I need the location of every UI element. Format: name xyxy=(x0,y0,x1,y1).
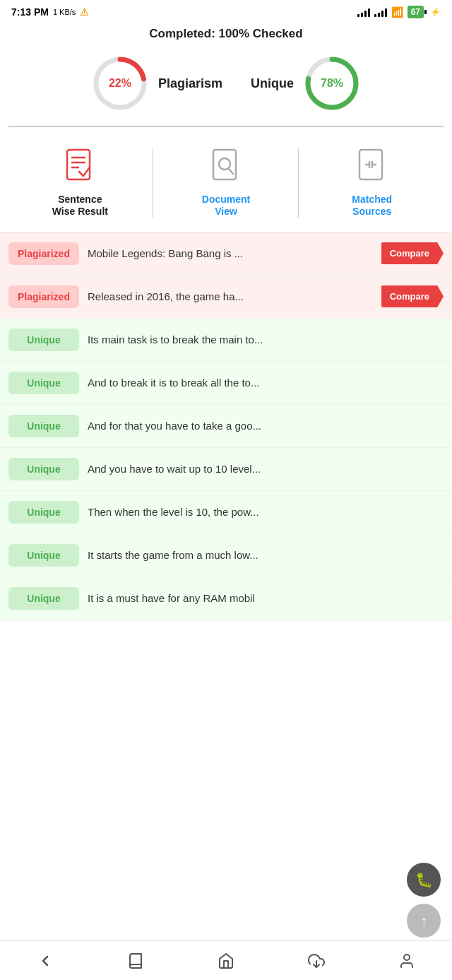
status-badge-2: Unique xyxy=(8,329,79,351)
progress-row: 22% Plagiarism Unique 78% xyxy=(0,49,452,126)
status-badge-0: Plagiarized xyxy=(8,242,79,265)
result-row-2: UniqueIts main task is to break the main… xyxy=(0,319,452,362)
svg-line-10 xyxy=(229,169,234,175)
status-badge-6: Unique xyxy=(8,501,79,524)
divider xyxy=(8,126,444,127)
status-badge-3: Unique xyxy=(8,372,79,394)
result-row-5: UniqueAnd you have to wait up to 10 leve… xyxy=(0,448,452,491)
result-text-0: Mobile Legends: Bang Bang is ... xyxy=(88,247,373,259)
scroll-up-button[interactable]: ↑ xyxy=(407,904,441,938)
tab-document[interactable]: DocumentView xyxy=(153,148,299,218)
time-label: 7:13 PM xyxy=(11,6,49,18)
sentence-icon xyxy=(64,148,96,188)
speed-label: 1 KB/s xyxy=(53,8,76,16)
signal-bars-1 xyxy=(357,7,370,17)
result-text-2: Its main task is to break the main to... xyxy=(88,333,444,346)
battery-level: 67 xyxy=(411,7,420,17)
svg-rect-8 xyxy=(213,150,236,179)
svg-point-17 xyxy=(404,955,410,960)
plagiarism-circle: 22% xyxy=(92,55,148,112)
status-right: 📶 67 ⚡ xyxy=(357,6,441,18)
floating-buttons: 🐛 ↑ xyxy=(407,863,441,938)
result-text-1: Released in 2016, the game ha... xyxy=(88,290,373,302)
nav-back[interactable] xyxy=(0,941,90,980)
result-row-8: UniqueIt is a must have for any RAM mobi… xyxy=(0,577,452,620)
nav-book[interactable] xyxy=(90,941,181,980)
plagiarism-group: 22% Plagiarism xyxy=(92,55,222,112)
plagiarism-label: Plagiarism xyxy=(158,76,222,91)
result-text-8: It is a must have for any RAM mobil xyxy=(88,592,444,604)
result-text-4: And for that you have to take a goo... xyxy=(88,420,444,432)
result-row-1: PlagiarizedReleased in 2016, the game ha… xyxy=(0,276,452,319)
page-title: Completed: 100% Checked xyxy=(0,23,452,49)
results-list: PlagiarizedMobile Legends: Bang Bang is … xyxy=(0,232,452,620)
result-row-0: PlagiarizedMobile Legends: Bang Bang is … xyxy=(0,232,452,276)
unique-label: Unique xyxy=(251,76,294,91)
result-row-7: UniqueIt starts the game from a much low… xyxy=(0,534,452,577)
battery-indicator: 67 xyxy=(408,6,424,18)
unique-circle: 78% xyxy=(304,55,360,112)
result-text-7: It starts the game from a much low... xyxy=(88,549,444,561)
svg-rect-4 xyxy=(67,150,90,179)
status-badge-1: Plagiarized xyxy=(8,285,79,308)
nav-profile[interactable] xyxy=(362,941,452,980)
nav-home[interactable] xyxy=(181,941,271,980)
unique-group: Unique 78% xyxy=(251,55,360,112)
compare-button-1[interactable]: Compare xyxy=(381,285,444,307)
result-row-6: UniqueThen when the level is 10, the pow… xyxy=(0,491,452,534)
compare-button-0[interactable]: Compare xyxy=(381,242,444,264)
result-text-5: And you have to wait up to 10 level... xyxy=(88,463,444,475)
matched-tab-label: MatchedSources xyxy=(352,194,392,218)
tabs-row: SentenceWise Result DocumentView xyxy=(0,148,452,232)
matched-icon xyxy=(356,148,388,188)
status-bar: 7:13 PM 1 KB/s ⚠ 📶 67 ⚡ xyxy=(0,0,452,23)
result-row-4: UniqueAnd for that you have to take a go… xyxy=(0,405,452,448)
result-row-3: UniqueAnd to break it is to break all th… xyxy=(0,362,452,405)
bolt-icon: ⚡ xyxy=(430,7,441,17)
document-tab-label: DocumentView xyxy=(202,194,250,218)
result-text-3: And to break it is to break all the to..… xyxy=(88,377,444,389)
tab-matched[interactable]: MatchedSources xyxy=(299,148,445,218)
unique-percent: 78% xyxy=(321,77,343,90)
signal-bars-2 xyxy=(374,7,387,17)
document-icon xyxy=(210,148,242,188)
alert-icon: ⚠ xyxy=(80,6,89,18)
bottom-nav xyxy=(0,940,452,980)
status-badge-7: Unique xyxy=(8,544,79,567)
status-badge-8: Unique xyxy=(8,587,79,610)
tab-sentence[interactable]: SentenceWise Result xyxy=(7,148,153,218)
wifi-icon: 📶 xyxy=(391,6,403,18)
plagiarism-percent: 22% xyxy=(109,77,131,90)
status-badge-4: Unique xyxy=(8,415,79,437)
bug-button[interactable]: 🐛 xyxy=(407,863,441,897)
status-badge-5: Unique xyxy=(8,458,79,480)
result-text-6: Then when the level is 10, the pow... xyxy=(88,506,444,518)
svg-rect-11 xyxy=(359,150,382,179)
nav-download[interactable] xyxy=(271,941,362,980)
status-left: 7:13 PM 1 KB/s ⚠ xyxy=(11,6,89,18)
sentence-tab-label: SentenceWise Result xyxy=(52,194,108,218)
